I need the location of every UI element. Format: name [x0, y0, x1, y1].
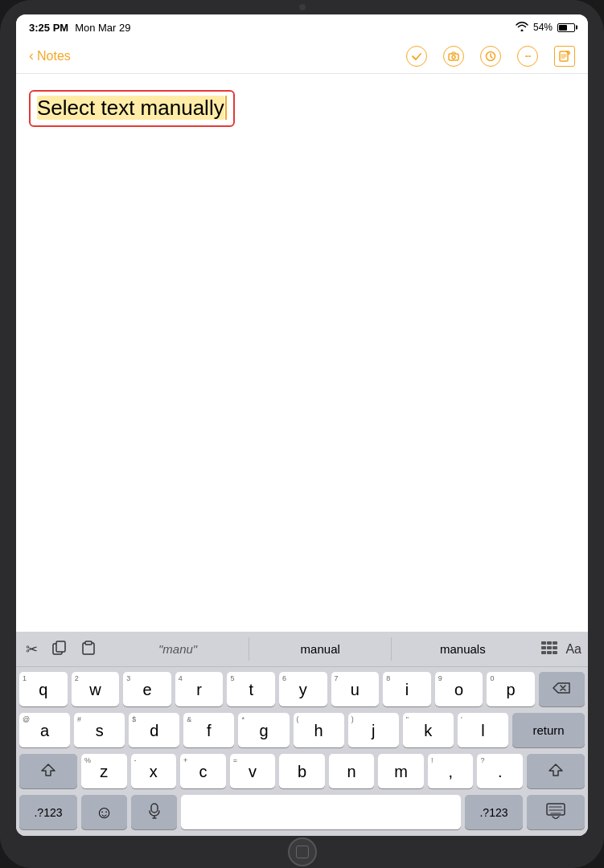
pen-icon[interactable] [480, 46, 501, 67]
key-numbers-right[interactable]: .?123 [465, 795, 523, 829]
camera-icon[interactable] [443, 46, 464, 67]
back-arrow-icon: ‹ [29, 47, 34, 64]
key-g[interactable]: * g [238, 713, 289, 747]
grid-keyboard-icon[interactable] [541, 641, 557, 657]
backspace-icon [553, 682, 570, 698]
key-row-4: .?123 ☺ .?123 [19, 795, 585, 829]
autocomplete-bar: ✂ "manu" manual manuals [16, 632, 588, 667]
font-size-icon[interactable]: Aa [565, 642, 581, 657]
key-n[interactable]: - n [329, 754, 375, 788]
key-j[interactable]: ) j [348, 713, 399, 747]
key-q[interactable]: 1 q [19, 672, 68, 706]
keyboard-rows: 1 q 2 w 3 e 4 r [16, 667, 588, 831]
svg-rect-14 [541, 651, 546, 654]
svg-rect-17 [151, 804, 158, 813]
key-shift-left[interactable] [19, 754, 77, 788]
key-numbers-left[interactable]: .?123 [19, 795, 77, 829]
key-y[interactable]: 6 y [279, 672, 327, 706]
key-shift-right[interactable] [527, 754, 585, 788]
suggestion-2[interactable]: manuals [392, 637, 533, 661]
back-label: Notes [37, 49, 71, 63]
svg-rect-8 [541, 641, 546, 645]
svg-rect-5 [56, 641, 65, 652]
key-i[interactable]: 8 i [383, 672, 431, 706]
svg-rect-11 [541, 646, 546, 649]
key-w[interactable]: 2 w [72, 672, 120, 706]
key-e[interactable]: 3 e [123, 672, 171, 706]
more-icon[interactable]: ··· [517, 46, 538, 67]
key-keyboard-dismiss[interactable] [527, 795, 585, 829]
key-h[interactable]: ( h [294, 713, 344, 747]
note-content[interactable]: Select text manually [16, 74, 588, 632]
key-row-1: 1 q 2 w 3 e 4 r [19, 672, 585, 706]
key-u[interactable]: 7 u [331, 672, 380, 706]
key-c[interactable]: + c [180, 754, 226, 788]
compose-icon[interactable] [554, 46, 575, 67]
key-z[interactable]: % z [81, 754, 127, 788]
nav-actions: ··· [406, 46, 575, 67]
autocomplete-suggestions: "manu" manual manuals [107, 637, 533, 661]
svg-rect-9 [547, 641, 552, 645]
autocomplete-right: Aa [541, 641, 581, 657]
key-b[interactable]: - b [279, 754, 325, 788]
wifi-icon [516, 22, 528, 34]
battery-percent: 54% [533, 22, 553, 33]
key-backspace[interactable] [539, 672, 585, 706]
svg-point-1 [452, 55, 455, 59]
key-period[interactable]: ? . [477, 754, 523, 788]
svg-rect-13 [553, 646, 557, 649]
key-k[interactable]: " k [403, 713, 454, 747]
svg-rect-7 [85, 641, 92, 645]
status-date: Mon Mar 29 [75, 22, 130, 34]
keyboard-dismiss-icon [546, 803, 565, 822]
scissors-icon[interactable]: ✂ [23, 637, 41, 661]
status-right: 54% [516, 22, 575, 34]
text-cursor [225, 96, 227, 120]
highlighted-text: Select text manually [37, 96, 224, 120]
selected-text-container: Select text manually [29, 90, 235, 127]
suggestion-1[interactable]: manual [249, 637, 392, 661]
copy-icon[interactable] [49, 637, 70, 661]
key-emoji[interactable]: ☺ [81, 795, 127, 829]
screen: 3:25 PM Mon Mar 29 54% ‹ [16, 14, 588, 836]
key-a[interactable]: @ a [19, 713, 70, 747]
key-mic[interactable] [131, 795, 177, 829]
front-camera [299, 4, 306, 10]
key-l[interactable]: ' l [458, 713, 508, 747]
key-return[interactable]: return [512, 713, 585, 747]
check-icon[interactable] [406, 46, 427, 67]
paste-icon[interactable] [78, 637, 99, 661]
status-bar: 3:25 PM Mon Mar 29 54% [16, 14, 588, 39]
suggestion-0[interactable]: "manu" [107, 637, 249, 661]
key-d[interactable]: $ d [129, 713, 179, 747]
home-button[interactable] [288, 837, 317, 866]
key-s[interactable]: # s [74, 713, 125, 747]
key-r[interactable]: 4 r [175, 672, 224, 706]
key-p[interactable]: 0 p [487, 672, 535, 706]
key-space[interactable] [181, 795, 461, 829]
device-bottom [0, 836, 604, 868]
key-f[interactable]: & f [183, 713, 234, 747]
key-o[interactable]: 9 o [435, 672, 483, 706]
key-x[interactable]: - x [131, 754, 177, 788]
mic-icon [149, 803, 160, 822]
battery-fill [559, 25, 567, 31]
home-button-inner [296, 845, 309, 858]
nav-bar: ‹ Notes ··· [16, 39, 588, 74]
key-comma[interactable]: ! , [428, 754, 474, 788]
key-m[interactable]: - m [378, 754, 424, 788]
svg-rect-10 [553, 641, 557, 645]
svg-rect-0 [449, 54, 458, 60]
emoji-icon: ☺ [95, 802, 113, 823]
device-top-bar [0, 0, 604, 14]
key-t[interactable]: 5 t [227, 672, 275, 706]
battery-icon [557, 23, 575, 32]
svg-rect-15 [547, 651, 552, 654]
status-time: 3:25 PM [29, 22, 68, 34]
ipad-device: 3:25 PM Mon Mar 29 54% ‹ [0, 0, 604, 868]
key-v[interactable]: = v [230, 754, 276, 788]
key-row-3: % z - x + c = v [19, 754, 585, 788]
keyboard-area: ✂ "manu" manual manuals [16, 632, 588, 836]
svg-rect-16 [553, 651, 557, 654]
back-button[interactable]: ‹ Notes [29, 47, 71, 64]
